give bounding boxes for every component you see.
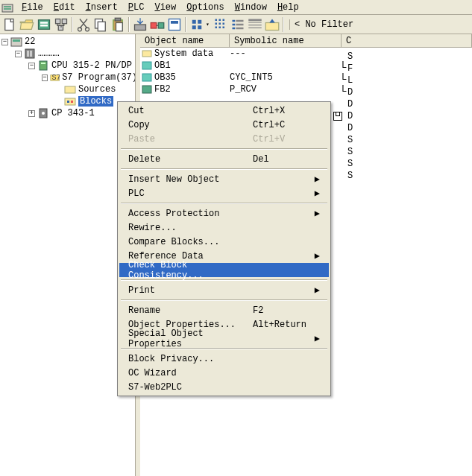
list-button[interactable] — [230, 16, 246, 33]
menu-file[interactable]: File — [16, 1, 48, 14]
svg-rect-28 — [223, 19, 225, 21]
cut-button[interactable] — [75, 16, 92, 33]
menu-insert[interactable]: Insert — [81, 1, 123, 14]
program-icon: S7 — [50, 72, 60, 83]
ctx-separator — [121, 299, 327, 301]
ctx-special[interactable]: Special Object Properties▶ — [119, 331, 329, 346]
svg-rect-19 — [158, 22, 164, 28]
svg-rect-56 — [65, 98, 75, 105]
ob-icon — [142, 60, 152, 71]
svg-point-60 — [42, 112, 45, 115]
cpu-icon — [37, 60, 49, 72]
list-row[interactable]: FB2 P_RCV L — [140, 83, 472, 95]
blocks-icon — [64, 95, 76, 107]
ctx-rewire[interactable]: Rewire... — [119, 220, 329, 235]
toolbar-separator — [128, 17, 130, 32]
ctx-print[interactable]: Print▶ — [119, 283, 329, 297]
up-button[interactable] — [264, 16, 280, 33]
svg-rect-49 — [27, 51, 29, 57]
svg-rect-40 — [236, 27, 244, 29]
collapse-icon[interactable]: − — [28, 63, 35, 69]
svg-rect-31 — [223, 22, 225, 25]
tree-root[interactable]: − 22 — [1, 36, 137, 48]
menu-options[interactable]: Options — [181, 1, 229, 14]
plc-memory-button[interactable] — [36, 16, 52, 33]
tree-label: CP 343-1 — [51, 108, 95, 118]
col-symbolic-name[interactable]: Symbolic name — [230, 34, 342, 47]
menubar: File Edit Insert PLC View Options Window… — [0, 0, 472, 15]
cell-symbolic: P_RCV — [230, 84, 342, 95]
cell-c: L — [342, 84, 472, 95]
ob-icon — [142, 72, 152, 83]
online-button[interactable] — [149, 16, 166, 33]
tree-station[interactable]: − ………… — [1, 48, 137, 60]
svg-text:S7: S7 — [51, 74, 60, 82]
open-button[interactable] — [19, 16, 35, 33]
ctx-cut[interactable]: CutCtrl+X — [119, 104, 329, 118]
svg-rect-46 — [11, 38, 22, 46]
col-c[interactable]: C — [342, 34, 472, 47]
cell-symbolic: --- — [230, 48, 342, 59]
ctx-plc[interactable]: PLC▶ — [119, 186, 329, 200]
svg-rect-25 — [198, 25, 201, 29]
svg-rect-36 — [236, 19, 244, 22]
ctx-check-consistency[interactable]: Check Block Consistency... — [119, 263, 329, 277]
col-object-name[interactable]: Object name — [140, 34, 230, 47]
menu-window[interactable]: Window — [230, 1, 272, 14]
list-row[interactable]: System data --- — [140, 48, 472, 60]
cell-object: System data — [154, 48, 213, 59]
collapse-icon[interactable]: − — [1, 39, 8, 45]
details-button[interactable] — [247, 16, 263, 33]
ctx-paste: PasteCtrl+V — [119, 132, 329, 146]
large-icons-button[interactable] — [189, 16, 205, 33]
download-button[interactable] — [132, 16, 148, 33]
accessible-nodes-button[interactable] — [53, 16, 69, 33]
ctx-access[interactable]: Access Protection▶ — [119, 206, 329, 220]
small-icons-button[interactable] — [213, 16, 229, 33]
ctx-oc[interactable]: OC Wizard — [119, 366, 329, 380]
submenu-arrow-icon: ▶ — [312, 333, 320, 344]
menu-edit[interactable]: Edit — [48, 1, 81, 14]
svg-rect-34 — [223, 26, 225, 28]
svg-rect-15 — [115, 18, 121, 21]
svg-rect-44 — [248, 27, 262, 28]
tree-program[interactable]: − S7 S7 Program(37) — [1, 72, 137, 83]
svg-rect-1 — [4, 6, 11, 7]
new-button[interactable] — [1, 16, 18, 33]
context-menu: CutCtrl+X CopyCtrl+C PasteCtrl+V DeleteD… — [117, 101, 331, 396]
collapse-icon[interactable]: − — [42, 74, 48, 81]
ctx-rename[interactable]: RenameF2 — [119, 303, 329, 317]
menu-help[interactable]: Help — [272, 1, 304, 14]
svg-rect-17 — [135, 25, 146, 31]
tree-sources[interactable]: Sources — [1, 83, 137, 95]
toolbar-separator — [72, 17, 73, 32]
list-row[interactable]: OB35 CYC_INT5 L — [140, 72, 472, 83]
svg-rect-5 — [40, 22, 48, 24]
svg-rect-7 — [56, 19, 60, 23]
tree-label: 22 — [25, 37, 35, 47]
svg-rect-6 — [40, 25, 48, 27]
paste-button[interactable] — [110, 16, 126, 33]
ctx-compare[interactable]: Compare Blocks... — [119, 235, 329, 249]
collapse-icon[interactable]: − — [15, 51, 22, 57]
menu-plc[interactable]: PLC — [123, 1, 150, 14]
copy-button[interactable] — [92, 16, 109, 33]
menu-view[interactable]: View — [149, 1, 181, 14]
view-dropdown[interactable]: ▾ — [206, 21, 212, 28]
ctx-separator — [121, 148, 327, 150]
expand-icon[interactable]: + — [28, 110, 35, 117]
filter-label[interactable]: < No Filter — [289, 19, 353, 30]
offline-button[interactable] — [166, 16, 183, 33]
ctx-insert-new[interactable]: Insert New Object▶ — [119, 172, 329, 186]
svg-rect-33 — [219, 26, 221, 28]
svg-rect-38 — [236, 23, 244, 25]
tree-label: S7 Program(37) — [62, 72, 137, 83]
ctx-copy[interactable]: CopyCtrl+C — [119, 118, 329, 132]
tree-label: Sources — [78, 84, 116, 95]
ctx-web2plc[interactable]: S7-Web2PLC — [119, 380, 329, 394]
tree-cpu[interactable]: − CPU 315-2 PN/DP — [1, 60, 137, 72]
ctx-privacy[interactable]: Block Privacy... — [119, 352, 329, 366]
ctx-delete[interactable]: DeleteDel — [119, 152, 329, 166]
svg-rect-32 — [215, 26, 218, 28]
list-row[interactable]: OB1 L — [140, 60, 472, 72]
